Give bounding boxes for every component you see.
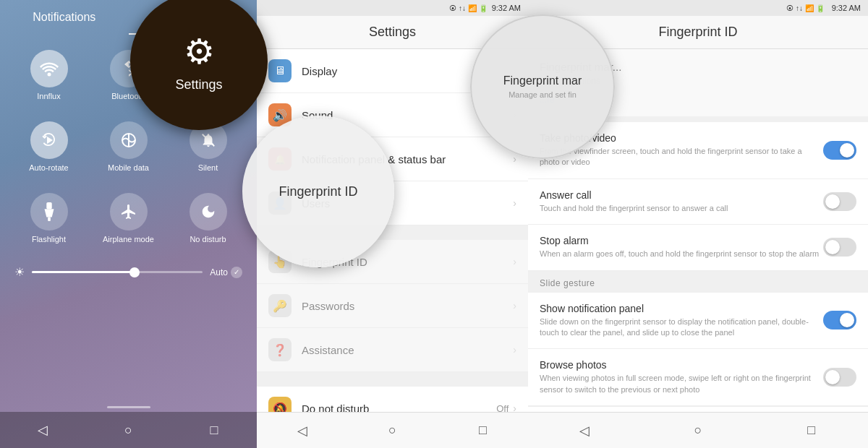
fp-mag-sub: Manage and set fin <box>509 90 576 99</box>
svg-rect-5 <box>46 202 51 209</box>
quick-icon-autorotate[interactable]: Auto-rotate <box>11 113 87 181</box>
fp-notification-desc: Slide down on the fingerprint sensor to … <box>540 316 823 339</box>
fp-alarm-toggle[interactable] <box>823 238 856 257</box>
autorotate-icon <box>30 121 68 159</box>
silent-label: Silent <box>198 163 218 172</box>
brightness-icon: ☀ <box>14 265 25 279</box>
section-gap2 <box>257 372 528 387</box>
fp-photo-thumb <box>840 143 854 158</box>
fp-item-notification-info: Show notification panel Slide down on th… <box>540 303 823 339</box>
quick-icon-wifi[interactable]: Innflux <box>11 41 87 109</box>
fp-item-notification[interactable]: Show notification panel Slide down on th… <box>528 293 868 350</box>
wifi-icon <box>30 50 68 87</box>
auto-label: Auto <box>210 267 228 277</box>
fp-mag-title: Fingerprint mar <box>503 74 582 87</box>
donotdisturb-arrow: › <box>513 402 516 412</box>
fp-alarm-desc: When an alarm goes off, touch and hold t… <box>540 249 823 259</box>
fp-answer-desc: Touch and hold the fingerprint sensor to… <box>540 203 823 214</box>
fp-item-browse-info: Browse photos When viewing photos in ful… <box>540 359 823 395</box>
back-button[interactable]: ◁ <box>28 415 57 444</box>
airplane-label: Airplane mode <box>103 235 154 244</box>
brightness-fill <box>32 271 135 273</box>
fp-browse-thumb <box>825 370 840 384</box>
users-arrow: › <box>513 197 516 209</box>
passwords-arrow: › <box>513 300 516 311</box>
panel2-statusbar: ⦿ ↑↓ 📶 🔋 9:32 AM <box>257 0 528 16</box>
assistance-icon: ❓ <box>268 338 292 361</box>
panel3-statusbar: ⦿ ↑↓ 📶 🔋 9:32 AM <box>528 0 868 16</box>
nodisturb-label: No disturb <box>190 235 226 244</box>
fp-item-browse[interactable]: Browse photos When viewing photos in ful… <box>528 349 868 406</box>
fp-answer-toggle[interactable] <box>823 192 856 211</box>
fp-notification-thumb <box>840 313 854 327</box>
bottom-indicator <box>107 406 150 408</box>
fp-answer-thumb <box>825 194 840 209</box>
fp-alarm-thumb <box>825 240 840 254</box>
gear-icon: ⚙ <box>184 31 215 72</box>
mobiledata-icon <box>110 121 148 159</box>
tab-notifications[interactable]: Notifications <box>0 0 129 34</box>
fingerprint-circle-overlay[interactable]: Fingerprint ID <box>242 116 394 267</box>
quick-icon-airplanemode[interactable]: Airplane mode <box>90 184 166 252</box>
panel3-home[interactable]: ○ <box>684 416 712 445</box>
note-text: Note: These touch control gestures can b… <box>528 406 868 412</box>
notifications-shortcuts-panel: Notifications Shortcuts ⚙ Settings Innfl… <box>0 0 257 448</box>
airplane-icon <box>110 193 148 231</box>
panel3-recent[interactable]: □ <box>797 416 826 445</box>
brightness-thumb <box>129 267 140 277</box>
panel2-home[interactable]: ○ <box>378 416 407 445</box>
panel2-navbar: ◁ ○ □ <box>257 412 528 448</box>
settings-item-donotdisturb[interactable]: 🔕 Do not disturb Off › <box>257 387 528 412</box>
brightness-slider[interactable] <box>32 271 203 273</box>
display-icon: 🖥 <box>268 59 292 82</box>
quick-icon-nodisturb[interactable]: No disturb <box>170 184 246 252</box>
wifi-label: Innflux <box>37 92 60 100</box>
fp-alarm-title: Stop alarm <box>540 235 823 246</box>
brightness-auto[interactable]: Auto ✓ <box>210 267 242 278</box>
quick-icon-mobiledata[interactable]: Mobile data <box>90 113 166 181</box>
fp-browse-desc: When viewing photos in full screen mode,… <box>540 373 823 395</box>
home-button[interactable]: ○ <box>114 415 142 444</box>
brightness-control[interactable]: ☀ Auto ✓ <box>0 259 257 285</box>
notification-arrow: › <box>513 153 516 165</box>
fp-item-answer-info: Answer call Touch and hold the fingerpri… <box>540 189 823 214</box>
fp-notification-toggle[interactable] <box>823 311 856 329</box>
fp-item-alarm-info: Stop alarm When an alarm goes off, touch… <box>540 235 823 259</box>
svg-rect-7 <box>48 217 51 221</box>
mobiledata-label: Mobile data <box>108 163 149 172</box>
fingerprint-circle-label: Fingerprint ID <box>278 184 357 199</box>
svg-marker-6 <box>44 209 54 217</box>
slide-gesture-label: Slide gesture <box>528 271 868 293</box>
panel3-status-icons: ⦿ ↑↓ 📶 🔋 <box>786 4 824 12</box>
settings-item-passwords[interactable]: 🔑 Passwords › <box>257 284 528 328</box>
fp-browse-toggle[interactable] <box>823 368 856 387</box>
fp-answer-title: Answer call <box>540 189 823 201</box>
panel2-recent[interactable]: □ <box>469 416 498 445</box>
recent-button[interactable]: □ <box>200 415 229 444</box>
panel2-back[interactable]: ◁ <box>288 416 317 445</box>
fp-item-answer[interactable]: Answer call Touch and hold the fingerpri… <box>528 179 868 225</box>
fingerprint-arrow: › <box>513 256 516 267</box>
fp-photo-toggle[interactable] <box>823 141 856 160</box>
fingerprint-id-panel: ⦿ ↑↓ 📶 🔋 9:32 AM Fingerprint ID Fingerpr… <box>528 0 868 448</box>
flashlight-label: Flashlight <box>32 235 66 244</box>
settings-overlay-label: Settings <box>175 77 222 92</box>
fp-item-alarm[interactable]: Stop alarm When an alarm goes off, touch… <box>528 225 868 270</box>
fingerprint-magnifier-overlay[interactable]: Fingerprint mar Manage and set fin <box>470 14 615 159</box>
quick-icon-flashlight[interactable]: Flashlight <box>11 184 87 252</box>
donotdisturb-label: Do not disturb <box>302 402 496 413</box>
autorotate-label: Auto-rotate <box>29 163 68 172</box>
panel2-time: 9:32 AM <box>492 4 521 12</box>
auto-check-icon: ✓ <box>231 267 242 278</box>
panel3-back[interactable]: ◁ <box>570 416 599 445</box>
passwords-icon: 🔑 <box>268 294 292 317</box>
fp-browse-title: Browse photos <box>540 359 823 371</box>
svg-point-0 <box>47 73 51 77</box>
donotdisturb-value: Off <box>496 403 509 413</box>
fp-notification-title: Show notification panel <box>540 303 823 314</box>
panel3-navbar: ◁ ○ □ <box>528 412 868 448</box>
fp-photo-desc: From the viewfinder screen, touch and ho… <box>540 146 823 168</box>
status-icons: ⦿ ↑↓ 📶 🔋 <box>449 4 487 12</box>
nodisturb-icon <box>190 193 227 231</box>
settings-item-assistance[interactable]: ❓ Assistance › <box>257 328 528 372</box>
